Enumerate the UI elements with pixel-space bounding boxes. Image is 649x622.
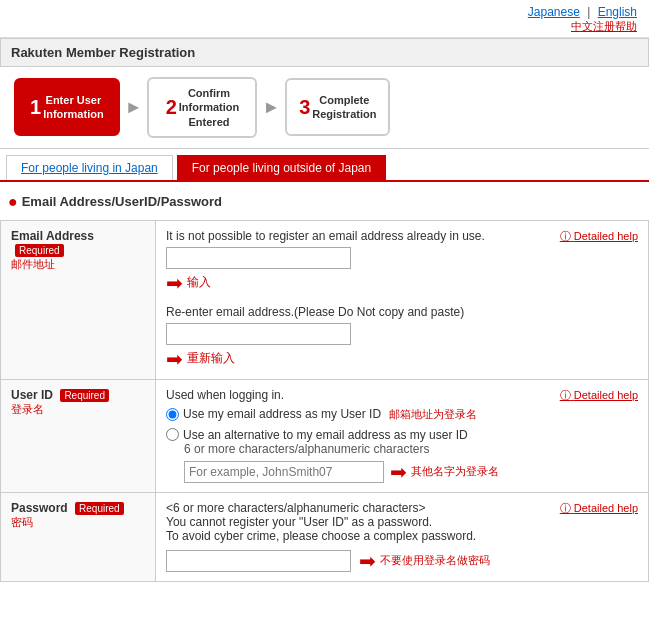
userid-required-badge: Required <box>60 389 109 402</box>
userid-alt-sub: 6 or more characters/alphanumeric charac… <box>184 442 638 456</box>
email-reenter-input[interactable] <box>166 323 351 345</box>
userid-login-desc: Used when logging in. <box>166 388 284 402</box>
language-bar: Japanese | English 中文注册帮助 <box>0 0 649 38</box>
password-input-row: ➡ 不要使用登录名做密码 <box>166 549 638 573</box>
userid-radio1[interactable] <box>166 408 179 421</box>
email-help-link[interactable]: ⓘ Detailed help <box>560 229 638 244</box>
userid-radio2-label[interactable]: Use an alternative to my email address a… <box>183 428 468 442</box>
lang-separator: | <box>587 5 590 19</box>
email-label-en: Email Address <box>11 229 94 243</box>
password-desc-2: You cannot register your "User ID" as a … <box>166 515 432 529</box>
email-annotation-1: ➡ 输入 <box>166 271 638 295</box>
password-row: Password Required 密码 ⓘ Detailed help <6 … <box>1 492 649 581</box>
userid-label-en: User ID <box>11 388 53 402</box>
step-arrow-1: ► <box>125 97 143 118</box>
step-1: 1 Enter UserInformation <box>14 78 120 136</box>
re-enter-text: Re-enter email address.(Please Do Not co… <box>166 305 638 319</box>
email-annotation-2: ➡ 重新输入 <box>166 347 638 371</box>
email-row: Email Address Required 邮件地址 ⓘ Detailed h… <box>1 220 649 379</box>
tab-outside-japan-label: For people living outside of Japan <box>192 161 371 175</box>
page-title-bar: Rakuten Member Registration <box>0 38 649 67</box>
english-link[interactable]: English <box>598 5 637 19</box>
tabs-row: For people living in Japan For people li… <box>0 149 649 182</box>
email-desc: It is not possible to register an email … <box>166 229 485 243</box>
tab-outside-japan[interactable]: For people living outside of Japan <box>177 155 386 180</box>
userid-input[interactable] <box>184 461 384 483</box>
section-bullet: ● <box>8 193 18 211</box>
userid-radio1-zh: 邮箱地址为登录名 <box>389 407 477 422</box>
userid-radio1-label[interactable]: Use my email address as my User ID <box>183 407 381 421</box>
email-input[interactable] <box>166 247 351 269</box>
step-2: 2 ConfirmInformationEntered <box>147 77 257 138</box>
password-help-text: Detailed help <box>574 502 638 514</box>
chinese-help-link[interactable]: 中文注册帮助 <box>571 20 637 32</box>
steps-container: 1 Enter UserInformation ► 2 ConfirmInfor… <box>0 67 649 149</box>
step-arrow-2: ► <box>262 97 280 118</box>
email-required-badge: Required <box>15 244 64 257</box>
userid-label-cell: User ID Required 登录名 <box>1 379 156 492</box>
arrow-icon-1: ➡ <box>166 271 183 295</box>
password-required-badge: Required <box>75 502 124 515</box>
tab-japan[interactable]: For people living in Japan <box>6 155 173 180</box>
help-circle-icon-2: ⓘ <box>560 389 571 401</box>
step-2-label: ConfirmInformationEntered <box>179 86 240 129</box>
password-label-zh: 密码 <box>11 516 33 528</box>
email-content-cell: ⓘ Detailed help It is not possible to re… <box>156 220 649 379</box>
page-title: Rakuten Member Registration <box>11 45 195 60</box>
step-1-label: Enter UserInformation <box>43 93 104 122</box>
section-title: Email Address/UserID/Password <box>22 194 222 209</box>
userid-label-zh: 登录名 <box>11 403 44 415</box>
userid-input-row: ➡ 其他名字为登录名 <box>184 460 638 484</box>
password-arrow-icon: ➡ <box>359 549 376 573</box>
password-annot-zh: 不要使用登录名做密码 <box>380 553 490 568</box>
password-desc-3: To avoid cyber crime, please choose a co… <box>166 529 476 543</box>
email-label-zh: 邮件地址 <box>11 258 55 270</box>
step-3-number: 3 <box>299 96 310 119</box>
help-circle-icon: ⓘ <box>560 230 571 242</box>
password-content-cell: ⓘ Detailed help <6 or more characters/al… <box>156 492 649 581</box>
userid-radio2[interactable] <box>166 428 179 441</box>
password-help-link[interactable]: ⓘ Detailed help <box>560 501 638 516</box>
email-help-text: Detailed help <box>574 230 638 242</box>
email-label-cell: Email Address Required 邮件地址 <box>1 220 156 379</box>
userid-annot-zh: 其他名字为登录名 <box>411 464 499 479</box>
email-annot-zh-1: 输入 <box>187 274 211 291</box>
arrow-icon-2: ➡ <box>166 347 183 371</box>
userid-row: User ID Required 登录名 ⓘ Detailed help Use… <box>1 379 649 492</box>
userid-content-cell: ⓘ Detailed help Used when logging in. Us… <box>156 379 649 492</box>
section-header: ● Email Address/UserID/Password <box>0 188 649 216</box>
japanese-link[interactable]: Japanese <box>528 5 580 19</box>
userid-radio1-row: Use my email address as my User ID 邮箱地址为… <box>166 407 638 422</box>
help-circle-icon-3: ⓘ <box>560 502 571 514</box>
userid-radio2-row: Use an alternative to my email address a… <box>166 428 638 442</box>
password-input[interactable] <box>166 550 351 572</box>
step-2-number: 2 <box>166 96 177 119</box>
password-label-en: Password <box>11 501 68 515</box>
userid-help-text: Detailed help <box>574 389 638 401</box>
step-1-number: 1 <box>30 96 41 119</box>
password-label-cell: Password Required 密码 <box>1 492 156 581</box>
tab-japan-label: For people living in Japan <box>21 161 158 175</box>
step-3: 3 CompleteRegistration <box>285 78 390 136</box>
password-desc-1: <6 or more characters/alphanumeric chara… <box>166 501 425 515</box>
form-table: Email Address Required 邮件地址 ⓘ Detailed h… <box>0 220 649 582</box>
userid-help-link[interactable]: ⓘ Detailed help <box>560 388 638 403</box>
email-annot-zh-2: 重新输入 <box>187 350 235 367</box>
userid-arrow-icon: ➡ <box>390 460 407 484</box>
step-3-label: CompleteRegistration <box>312 93 376 122</box>
